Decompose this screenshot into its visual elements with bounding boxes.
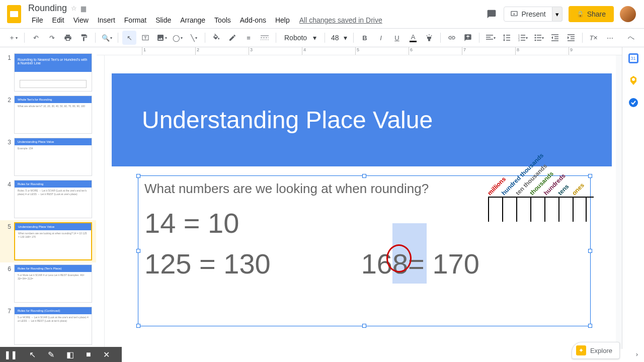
menu-slide[interactable]: Slide bbox=[152, 15, 175, 25]
textbox-tool[interactable] bbox=[138, 31, 152, 45]
fill-color-button[interactable] bbox=[209, 31, 223, 45]
resize-handle-ml[interactable] bbox=[136, 249, 140, 253]
print-button[interactable] bbox=[61, 31, 75, 45]
select-tool[interactable]: ↖ bbox=[122, 31, 136, 45]
present-button[interactable]: Present bbox=[504, 7, 552, 22]
slides-logo[interactable] bbox=[4, 4, 24, 24]
recording-toolbar: ❚❚ ↖ ✎ ◧ ■ ✕ bbox=[0, 347, 122, 362]
share-button[interactable]: 🔒 Share bbox=[569, 6, 614, 22]
menu-insert[interactable]: Insert bbox=[94, 15, 119, 25]
canvas-area[interactable]: 123456789 Understanding Place Value bbox=[97, 47, 622, 349]
horizontal-ruler[interactable]: 123456789 bbox=[97, 47, 622, 55]
font-size-select[interactable]: 48▾ bbox=[329, 32, 349, 44]
vertical-ruler[interactable] bbox=[97, 55, 105, 349]
menu-edit[interactable]: Edit bbox=[49, 15, 68, 25]
slide-thumb-3[interactable]: 3Understanding Place ValueExample: 154 bbox=[0, 136, 96, 178]
keep-icon[interactable] bbox=[628, 75, 638, 85]
doc-title[interactable]: Rounding bbox=[28, 3, 67, 14]
camera-button[interactable]: ■ bbox=[86, 350, 91, 359]
redo-button[interactable]: ↷ bbox=[45, 31, 59, 45]
svg-point-35 bbox=[632, 78, 635, 81]
indent-decrease-button[interactable] bbox=[548, 31, 562, 45]
equation-2: 125 = 130 bbox=[144, 247, 271, 280]
border-color-button[interactable] bbox=[225, 31, 239, 45]
close-recording-button[interactable]: ✕ bbox=[103, 350, 110, 359]
text-color-button[interactable]: A bbox=[406, 31, 420, 45]
menu-arrange[interactable]: Arrange bbox=[177, 15, 209, 25]
present-dropdown[interactable]: ▾ bbox=[552, 7, 562, 22]
comment-button[interactable] bbox=[461, 31, 475, 45]
slide-number: 1 bbox=[4, 53, 11, 92]
paint-format-button[interactable] bbox=[77, 31, 91, 45]
italic-button[interactable]: I bbox=[374, 31, 388, 45]
undo-button[interactable]: ↶ bbox=[29, 31, 43, 45]
comments-icon[interactable] bbox=[486, 8, 498, 20]
slide-thumb-4[interactable]: 4Rules for RoundingRules: 5 or MORE → Le… bbox=[0, 178, 96, 220]
move-folder-icon[interactable]: ▆ bbox=[81, 5, 86, 12]
calendar-icon[interactable]: 31 bbox=[628, 53, 638, 63]
line-spacing-button[interactable] bbox=[500, 31, 514, 45]
save-status[interactable]: All changes saved in Drive bbox=[299, 16, 382, 24]
line-tool[interactable]: ╲▾ bbox=[187, 31, 201, 45]
star-icon[interactable]: ☆ bbox=[71, 5, 77, 12]
resize-handle-tm[interactable] bbox=[362, 174, 366, 178]
font-family-select[interactable]: Roboto▾ bbox=[280, 32, 320, 44]
circle-annotation bbox=[386, 244, 412, 273]
menu-file[interactable]: File bbox=[28, 15, 47, 25]
cursor-button[interactable]: ↖ bbox=[29, 350, 36, 359]
slide-thumb-7[interactable]: 7Rules for Rounding (Continued)5 or MORE… bbox=[0, 305, 96, 347]
pause-button[interactable]: ❚❚ bbox=[4, 350, 17, 359]
share-label: Share bbox=[587, 10, 606, 18]
place-value-box bbox=[502, 198, 516, 222]
slide-title-area[interactable]: Understanding Place Value bbox=[112, 73, 612, 166]
menu-view[interactable]: View bbox=[70, 15, 92, 25]
resize-handle-mr[interactable] bbox=[588, 249, 592, 253]
bullet-list-button[interactable]: ▾ bbox=[532, 31, 546, 45]
zoom-button[interactable]: 🔍▾ bbox=[100, 31, 114, 45]
indent-increase-button[interactable] bbox=[564, 31, 578, 45]
tasks-icon[interactable] bbox=[628, 98, 638, 108]
present-label: Present bbox=[521, 10, 545, 18]
pen-button[interactable]: ✎ bbox=[48, 350, 54, 359]
place-value-box bbox=[530, 198, 544, 222]
clear-format-button[interactable]: T✕ bbox=[587, 31, 601, 45]
numbered-list-button[interactable]: 123▾ bbox=[516, 31, 530, 45]
slide-thumb-1[interactable]: 1Rounding to Nearest Ten's or Hundred's … bbox=[0, 51, 96, 94]
slide-number: 7 bbox=[4, 307, 11, 345]
align-button[interactable]: ▾ bbox=[484, 31, 498, 45]
slide-thumb-2[interactable]: 2Whole Ten's for RoundingWhat are whole … bbox=[0, 94, 96, 136]
slide-number: 2 bbox=[4, 96, 11, 134]
slide-canvas[interactable]: Understanding Place Value What numbers a bbox=[112, 73, 612, 349]
place-value-chart[interactable]: millionshundred thousandsten thousandsth… bbox=[488, 166, 594, 227]
shape-tool[interactable]: ◯▾ bbox=[171, 31, 185, 45]
image-tool[interactable]: ▾ bbox=[154, 31, 169, 45]
new-slide-button[interactable]: ＋▾ bbox=[6, 31, 20, 45]
eraser-button[interactable]: ◧ bbox=[66, 350, 74, 359]
resize-handle-br[interactable] bbox=[588, 324, 592, 328]
resize-handle-bm[interactable] bbox=[362, 324, 366, 328]
menu-tools[interactable]: Tools bbox=[211, 15, 234, 25]
underline-button[interactable]: U bbox=[390, 31, 404, 45]
more-tools-button[interactable]: ⋯ bbox=[603, 31, 617, 45]
border-weight-button[interactable]: ≡ bbox=[242, 31, 256, 45]
filmstrip[interactable]: 1Rounding to Nearest Ten's or Hundred's … bbox=[0, 47, 97, 349]
menu-format[interactable]: Format bbox=[121, 15, 150, 25]
svg-point-21 bbox=[534, 35, 536, 36]
resize-handle-bl[interactable] bbox=[136, 324, 140, 328]
menu-help[interactable]: Help bbox=[272, 15, 293, 25]
highlight-button[interactable] bbox=[422, 31, 436, 45]
explore-button[interactable]: ✦ Explore bbox=[572, 342, 620, 359]
place-value-box bbox=[544, 198, 558, 222]
collapse-toolbar-button[interactable]: へ bbox=[624, 31, 638, 45]
resize-handle-tl[interactable] bbox=[136, 174, 140, 178]
side-panel-toggle[interactable]: › bbox=[636, 350, 638, 358]
account-avatar[interactable] bbox=[620, 6, 636, 22]
slide-thumb-6[interactable]: 6Rules for Rounding (Ten's Place)5 or Mo… bbox=[0, 262, 96, 305]
slide-thumb-5[interactable]: 5Understanding Place ValueWhat numbers a… bbox=[0, 220, 96, 262]
border-dash-button[interactable] bbox=[258, 31, 272, 45]
lock-icon: 🔒 bbox=[577, 11, 584, 18]
bold-button[interactable]: B bbox=[358, 31, 372, 45]
link-button[interactable] bbox=[445, 31, 459, 45]
menu-addons[interactable]: Add-ons bbox=[236, 15, 270, 25]
side-panel: 31 bbox=[622, 47, 644, 349]
